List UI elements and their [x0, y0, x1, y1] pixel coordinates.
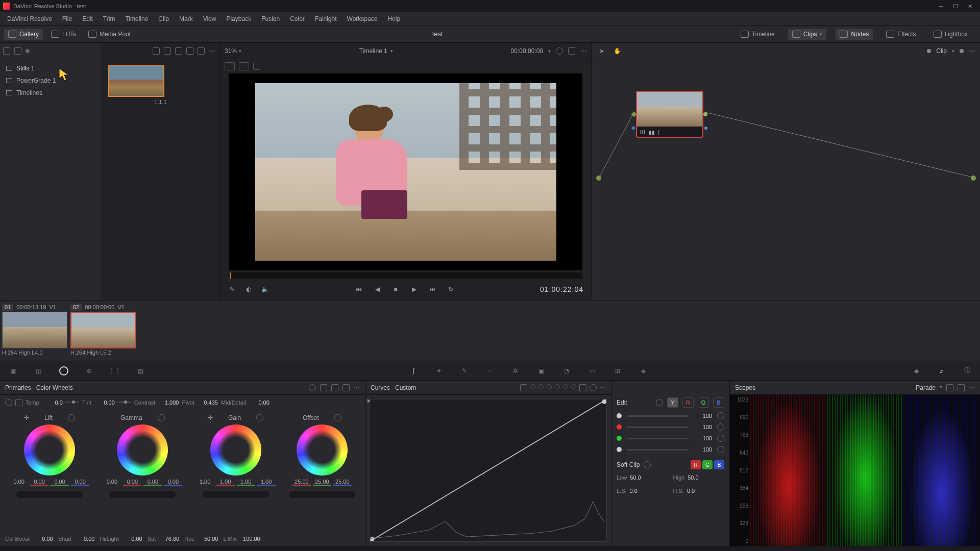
tracker-palette-icon[interactable]: ✲	[510, 366, 521, 376]
menu-view[interactable]: View	[198, 13, 222, 24]
tint-value[interactable]: 0.00	[93, 399, 115, 406]
channel-r-button[interactable]: R	[682, 397, 694, 408]
lift-b-value[interactable]: 0.00	[71, 479, 89, 486]
gallery-mode-icon[interactable]	[14, 47, 21, 55]
close-button[interactable]: ✕	[963, 1, 977, 11]
low-value[interactable]: 50.0	[630, 474, 641, 481]
pointer-tool-icon[interactable]: ➤	[597, 47, 606, 55]
list-view-icon[interactable]	[175, 47, 182, 55]
more-icon[interactable]: ⋯	[969, 47, 975, 55]
search-icon[interactable]	[186, 47, 193, 55]
menu-trim[interactable]: Trim	[98, 13, 120, 24]
bars-mode-icon[interactable]	[320, 384, 327, 391]
tint-slider[interactable]	[117, 402, 131, 403]
mode-dot[interactable]	[538, 384, 544, 389]
full-screen-icon[interactable]	[568, 47, 575, 55]
mode-dot[interactable]	[530, 384, 535, 389]
still-thumbnail[interactable]: 1.1.1	[108, 65, 213, 105]
gamma-g-value[interactable]: 0.00	[143, 479, 162, 486]
luma-intensity-slider[interactable]	[627, 415, 689, 417]
menu-workspace[interactable]: Workspace	[342, 13, 383, 24]
link-icon[interactable]	[656, 399, 663, 406]
menu-file[interactable]: File	[57, 13, 77, 24]
effects-toggle[interactable]: Effects	[882, 29, 920, 40]
expand-icon[interactable]	[579, 384, 586, 391]
play-button[interactable]: ▶	[409, 285, 419, 293]
menu-fusion[interactable]: Fusion	[256, 13, 285, 24]
softclip-r-button[interactable]: R	[691, 460, 701, 469]
channel-b-button[interactable]: B	[713, 397, 724, 408]
hs-value[interactable]: 0.0	[687, 488, 695, 494]
menu-davinci-resolve[interactable]: DaVinci Resolve	[2, 13, 57, 24]
motion-effects-palette-icon[interactable]: ▨	[135, 366, 146, 376]
more-icon[interactable]: ⋯	[209, 47, 215, 55]
first-frame-button[interactable]: ⏮	[354, 285, 363, 293]
lift-r-value[interactable]: 0.00	[30, 479, 48, 486]
hand-tool-icon[interactable]: ✋	[612, 47, 622, 55]
sort-icon[interactable]	[153, 47, 160, 55]
reset-icon[interactable]	[590, 384, 597, 391]
qualifier-palette-icon[interactable]: ✎	[459, 366, 470, 376]
node-01[interactable]: 01▮▮∫	[636, 91, 703, 138]
gallery-item-stills-1[interactable]: Stills 1	[0, 62, 102, 74]
stop-button[interactable]: ■	[391, 285, 400, 293]
3d-palette-icon[interactable]: ◈	[638, 366, 649, 376]
media-pool-toggle[interactable]: Media Pool	[84, 29, 134, 40]
more-icon[interactable]: ⋯	[580, 47, 586, 55]
pivot-value[interactable]: 0.435	[197, 399, 218, 406]
clip-01[interactable]: 0100:00:13:19V1 H.264 High L4.0	[2, 304, 67, 358]
gain-jog[interactable]	[203, 491, 269, 498]
reset-icon[interactable]	[717, 412, 724, 419]
node-graph[interactable]: 01▮▮∫	[592, 59, 980, 300]
info-palette-icon[interactable]: ⓘ	[962, 366, 973, 376]
reset-icon[interactable]	[158, 414, 165, 421]
curves-mode-icon[interactable]	[520, 384, 527, 391]
softclip-b-button[interactable]: B	[714, 460, 724, 469]
zoom-dropdown[interactable]: 31%▾	[225, 47, 241, 55]
split-screen-icon[interactable]	[239, 62, 249, 70]
offset-color-wheel[interactable]	[297, 424, 348, 475]
reset-icon[interactable]	[68, 414, 75, 421]
hilight-value[interactable]: 0.00	[121, 536, 142, 542]
reset-icon[interactable]	[334, 414, 341, 421]
lmix-value[interactable]: 100.00	[239, 536, 260, 542]
keyframes-palette-icon[interactable]: ◆	[911, 366, 922, 376]
luma-intensity-value[interactable]: 100	[694, 413, 712, 419]
green-intensity-slider[interactable]	[627, 438, 689, 439]
menu-timeline[interactable]: Timeline	[120, 13, 153, 24]
gamma-jog[interactable]	[109, 491, 176, 498]
channel-g-button[interactable]: G	[698, 397, 709, 408]
mode-dot[interactable]	[547, 384, 552, 389]
playhead[interactable]	[230, 272, 231, 279]
nodes-toggle[interactable]: Nodes	[836, 29, 873, 40]
more-icon[interactable]: ⋯	[600, 384, 606, 391]
gamma-b-value[interactable]: 0.00	[164, 479, 182, 486]
auto-balance-icon[interactable]	[5, 399, 12, 406]
hue-value[interactable]: 50.00	[197, 536, 218, 542]
clip-02[interactable]: 0200:00:00:00V1 H.264 High L5.2	[70, 304, 136, 358]
middetail-value[interactable]: 0.00	[248, 399, 270, 406]
colboost-value[interactable]: 0.00	[32, 536, 53, 542]
reset-icon[interactable]	[717, 423, 724, 431]
clips-toggle[interactable]: Clips▾	[788, 29, 827, 40]
channel-y-button[interactable]: Y	[667, 397, 678, 408]
blue-intensity-slider[interactable]	[627, 449, 689, 450]
lightbox-toggle[interactable]: Lightbox	[929, 29, 972, 40]
hdr-palette-icon[interactable]: ⊚	[84, 366, 95, 376]
offset-jog[interactable]	[289, 491, 355, 498]
picker-icon[interactable]	[15, 399, 22, 406]
camera-raw-palette-icon[interactable]: ▦	[7, 366, 18, 376]
gallery-item-timelines[interactable]: Timelines	[0, 87, 102, 99]
gain-g-value[interactable]: 1.00	[237, 479, 255, 486]
menu-clip[interactable]: Clip	[153, 13, 174, 24]
scope-layout-icon[interactable]	[946, 384, 953, 391]
scope-mode-dropdown[interactable]: Parade	[916, 384, 936, 391]
menu-edit[interactable]: Edit	[77, 13, 98, 24]
mode-dot[interactable]	[555, 384, 560, 389]
lift-g-value[interactable]: 0.00	[51, 479, 69, 486]
expand-icon[interactable]	[198, 47, 205, 55]
lift-color-wheel[interactable]	[24, 424, 75, 475]
shad-value[interactable]: 0.00	[73, 536, 94, 542]
prev-frame-button[interactable]: ◀	[373, 285, 382, 293]
reset-icon[interactable]	[717, 435, 724, 442]
